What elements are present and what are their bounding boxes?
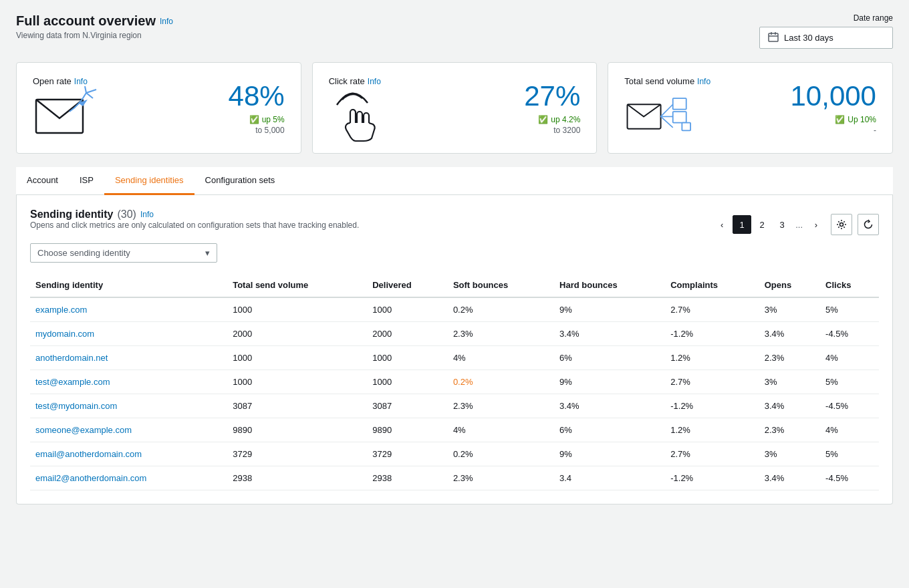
tab-isp[interactable]: ISP — [69, 167, 104, 195]
click-rate-icon — [329, 86, 396, 140]
identity-link[interactable]: mydomain.com — [35, 329, 94, 339]
open-rate-change: ✅ up 5% — [229, 115, 285, 124]
cell-delivered: 1000 — [367, 370, 448, 394]
header-info-badge[interactable]: Info — [160, 17, 173, 26]
panel-count: (30) — [117, 208, 136, 220]
click-rate-info[interactable]: Info — [368, 77, 381, 86]
cell-delivered: 9890 — [367, 418, 448, 442]
svg-rect-17 — [682, 123, 691, 131]
cell-identity[interactable]: mydomain.com — [30, 322, 227, 346]
tab-configuration-sets[interactable]: Configuration sets — [194, 167, 286, 195]
cell-identity[interactable]: email2@anotherdomain.com — [30, 466, 227, 490]
cell-opens: 3.4% — [759, 466, 820, 490]
panel-subtitle: Opens and click metrics are only calcula… — [30, 220, 359, 230]
identity-link[interactable]: example.com — [35, 305, 87, 315]
panel-title: Sending identity (30) Info — [30, 208, 359, 220]
cell-total-send: 2938 — [227, 466, 367, 490]
tabs-bar: Account ISP Sending identities Configura… — [16, 167, 893, 195]
identity-filter[interactable]: Choose sending identity ▾ — [30, 243, 217, 263]
col-delivered: Delivered — [367, 273, 448, 297]
identity-link[interactable]: email@anotherdomain.com — [35, 449, 142, 459]
pagination-page-2[interactable]: 2 — [753, 215, 771, 234]
table-row: someone@example.com 9890 9890 4% 6% 1.2%… — [30, 418, 879, 442]
cell-opens: 3.4% — [759, 322, 820, 346]
table-row: mydomain.com 2000 2000 2.3% 3.4% -1.2% 3… — [30, 322, 879, 346]
cell-opens: 3% — [759, 370, 820, 394]
open-rate-info[interactable]: Info — [74, 77, 88, 86]
metric-card-click-rate: Click rate Info — [312, 62, 598, 154]
svg-rect-15 — [673, 98, 686, 109]
table-row: anotherdomain.net 1000 1000 4% 6% 1.2% 2… — [30, 346, 879, 370]
cell-soft-bounces: 2.3% — [448, 394, 554, 418]
total-send-sub: - — [791, 126, 876, 135]
identity-link[interactable]: anotherdomain.net — [35, 353, 108, 363]
cell-hard-bounces: 9% — [554, 297, 665, 322]
click-rate-change: ✅ up 4.2% — [524, 115, 580, 124]
cell-complaints: -1.2% — [665, 322, 759, 346]
page-title: Full account overview Info — [16, 13, 173, 29]
cell-clicks: 4% — [820, 418, 879, 442]
tab-account[interactable]: Account — [16, 167, 69, 195]
cell-opens: 2.3% — [759, 346, 820, 370]
filter-placeholder: Choose sending identity — [37, 248, 130, 258]
date-range-picker[interactable]: Last 30 days — [759, 27, 893, 49]
cell-soft-bounces: 0.2% — [448, 442, 554, 466]
cell-complaints: -1.2% — [665, 394, 759, 418]
settings-button[interactable] — [831, 214, 852, 235]
cell-hard-bounces: 3.4% — [554, 394, 665, 418]
open-rate-icon — [33, 86, 100, 140]
open-rate-label: Open rate Info — [33, 76, 100, 86]
click-rate-sub: to 3200 — [524, 126, 580, 135]
calendar-icon — [768, 31, 779, 44]
cell-opens: 3% — [759, 297, 820, 322]
cell-complaints: 1.2% — [665, 418, 759, 442]
cell-identity[interactable]: email@anotherdomain.com — [30, 442, 227, 466]
identity-link[interactable]: someone@example.com — [35, 425, 132, 435]
cell-delivered: 1000 — [367, 346, 448, 370]
total-send-info[interactable]: Info — [697, 77, 710, 86]
identity-link[interactable]: email2@anotherdomain.com — [35, 473, 146, 483]
col-hard-bounces: Hard bounces — [554, 273, 665, 297]
identity-link[interactable]: test@example.com — [35, 377, 110, 387]
cell-clicks: 5% — [820, 370, 879, 394]
cell-total-send: 3729 — [227, 442, 367, 466]
click-rate-label: Click rate Info — [329, 76, 396, 86]
cell-clicks: 5% — [820, 297, 879, 322]
cell-clicks: 5% — [820, 442, 879, 466]
cell-identity[interactable]: someone@example.com — [30, 418, 227, 442]
cell-hard-bounces: 3.4 — [554, 466, 665, 490]
refresh-button[interactable] — [858, 214, 879, 235]
cell-soft-bounces: 0.2% — [448, 297, 554, 322]
click-rate-value: 27% — [524, 81, 580, 112]
cell-complaints: -1.2% — [665, 466, 759, 490]
cell-total-send: 1000 — [227, 346, 367, 370]
col-complaints: Complaints — [665, 273, 759, 297]
svg-line-6 — [86, 93, 93, 98]
svg-rect-0 — [769, 33, 778, 41]
total-send-icon — [624, 86, 691, 140]
col-sending-identity: Sending identity — [30, 273, 227, 297]
table-row: example.com 1000 1000 0.2% 9% 2.7% 3% 5% — [30, 297, 879, 322]
cell-opens: 3% — [759, 442, 820, 466]
panel-info[interactable]: Info — [140, 210, 154, 219]
cell-clicks: -4.5% — [820, 322, 879, 346]
identity-link[interactable]: test@mydomain.com — [35, 401, 117, 411]
cell-identity[interactable]: test@example.com — [30, 370, 227, 394]
pagination-prev[interactable]: ‹ — [712, 215, 731, 234]
panel-controls: ‹ 1 2 3 ... › — [712, 214, 879, 235]
page-subtitle: Viewing data from N.Virginia region — [16, 31, 173, 40]
pagination-page-3[interactable]: 3 — [773, 215, 791, 234]
cell-opens: 2.3% — [759, 418, 820, 442]
table-row: test@example.com 1000 1000 0.2% 9% 2.7% … — [30, 370, 879, 394]
pagination-page-1[interactable]: 1 — [733, 215, 751, 234]
metric-card-open-rate: Open rate Info — [16, 62, 301, 154]
cell-identity[interactable]: test@mydomain.com — [30, 394, 227, 418]
cell-hard-bounces: 3.4% — [554, 322, 665, 346]
table-row: test@mydomain.com 3087 3087 2.3% 3.4% -1… — [30, 394, 879, 418]
cell-identity[interactable]: example.com — [30, 297, 227, 322]
tab-sending-identities[interactable]: Sending identities — [104, 167, 194, 195]
pagination-next[interactable]: › — [807, 215, 825, 234]
cell-total-send: 3087 — [227, 394, 367, 418]
cell-identity[interactable]: anotherdomain.net — [30, 346, 227, 370]
cell-soft-bounces: 4% — [448, 418, 554, 442]
